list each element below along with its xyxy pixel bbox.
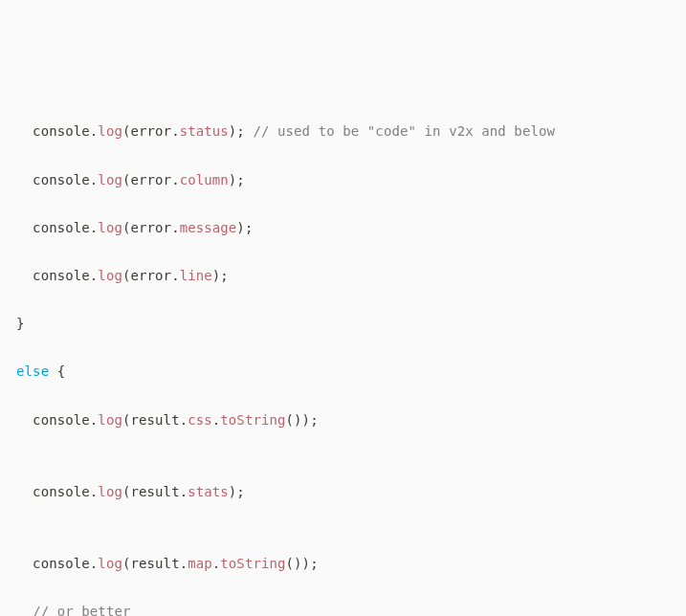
code-text — [0, 363, 16, 379]
method-name: log — [98, 556, 122, 571]
property-name: map — [188, 556, 212, 571]
code-text: ); — [236, 220, 253, 235]
code-text: console. — [0, 172, 98, 187]
code-text: (error. — [122, 123, 180, 139]
code-text: ()); — [286, 556, 319, 571]
code-text: console. — [0, 556, 98, 571]
code-block: console.log(error.status); // used to be… — [0, 96, 686, 616]
property-name: stats — [188, 484, 229, 499]
code-text: (error. — [122, 220, 180, 235]
method-name: log — [98, 268, 122, 283]
property-name: message — [180, 220, 237, 235]
property-name: status — [180, 123, 229, 139]
code-text: console. — [0, 220, 98, 235]
code-text: console. — [0, 268, 98, 283]
code-line: console.log(error.line); — [0, 264, 686, 288]
code-line: console.log(error.column); — [0, 168, 686, 192]
code-text: console. — [0, 484, 98, 499]
property-name: column — [180, 172, 229, 187]
code-line: else { — [0, 360, 686, 384]
code-text: (error. — [122, 172, 180, 187]
code-text: ()); — [286, 412, 319, 428]
method-name: toString — [220, 412, 285, 428]
code-line: console.log(result.map.toString()); — [0, 552, 686, 576]
code-text: (result. — [122, 412, 188, 428]
code-text: (result. — [122, 556, 188, 571]
method-name: log — [98, 172, 122, 187]
code-line: console.log(error.status); // used to be… — [0, 120, 686, 143]
code-line: } — [0, 312, 686, 336]
method-name: log — [98, 123, 122, 139]
code-text: ); — [212, 268, 229, 283]
code-text: console. — [0, 412, 98, 428]
comment: // used to be "code" in v2x and below — [253, 123, 555, 139]
method-name: log — [98, 412, 122, 428]
code-text: console. — [0, 123, 98, 139]
code-line: // or better — [0, 600, 686, 616]
code-text: (result. — [122, 484, 188, 499]
code-line: console.log(result.stats); — [0, 480, 686, 504]
method-name: log — [98, 484, 122, 499]
property-name: css — [188, 412, 212, 428]
code-line: console.log(error.message); — [0, 216, 686, 240]
code-text: ); — [229, 123, 254, 139]
code-text: ); — [229, 172, 245, 187]
code-text: } — [0, 316, 25, 331]
method-name: toString — [220, 556, 285, 571]
code-line: console.log(result.css.toString()); — [0, 408, 686, 432]
keyword-else: else — [16, 363, 49, 379]
code-text — [0, 604, 33, 616]
property-name: line — [180, 268, 212, 283]
method-name: log — [98, 220, 122, 235]
code-text: (error. — [122, 268, 180, 283]
comment: // or better — [33, 604, 130, 616]
code-text: ); — [229, 484, 245, 499]
code-text: { — [49, 363, 65, 379]
